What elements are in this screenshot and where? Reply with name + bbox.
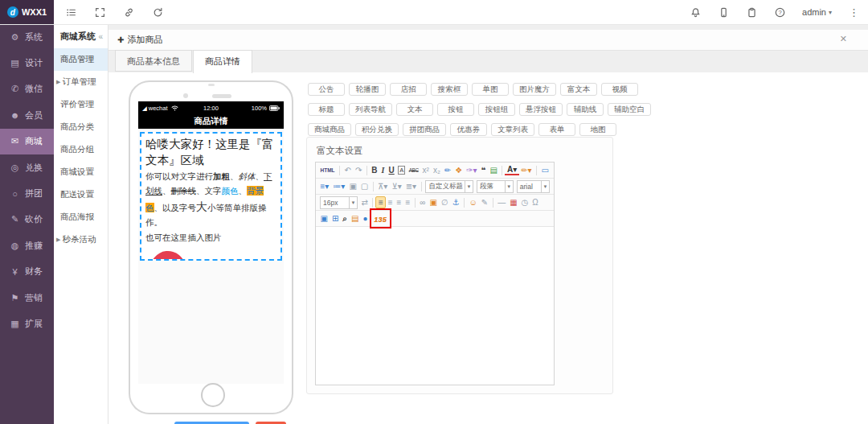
align-center-icon[interactable]: ≡ bbox=[386, 196, 395, 208]
richtext-preview-component[interactable]: 哈喽大家好！这里是『富文本』区域 你可以对文字进行加粗、斜体、下划线、删除线、文… bbox=[140, 132, 282, 261]
submenu-item-goods-group[interactable]: 商品分组 bbox=[54, 138, 108, 161]
image-link-icon[interactable]: ▣ bbox=[428, 196, 439, 208]
paint-format-icon[interactable]: ✑▾ bbox=[465, 164, 479, 176]
sidebar-item-promote[interactable]: ◍推赚 bbox=[0, 233, 54, 258]
page-break-icon[interactable]: ▢ bbox=[358, 180, 370, 192]
image-float-icon[interactable]: ▣ bbox=[347, 180, 358, 192]
time-icon[interactable]: ◷ bbox=[519, 196, 530, 208]
tab-basic-info[interactable]: 商品基本信息 bbox=[115, 50, 192, 72]
format-brush-icon[interactable]: ❖ bbox=[453, 164, 465, 176]
component-button-辅助线[interactable]: 辅助线 bbox=[567, 103, 604, 116]
special-char-icon[interactable]: Ω bbox=[530, 196, 540, 208]
component-button-视频[interactable]: 视频 bbox=[601, 83, 638, 96]
eraser-icon[interactable]: ✏ bbox=[442, 164, 452, 176]
component-button-商城商品[interactable]: 商城商品 bbox=[308, 123, 351, 136]
background-color-icon[interactable]: ✏▾ bbox=[519, 164, 534, 176]
sidebar-item-mall[interactable]: ✉商城 bbox=[0, 129, 54, 154]
sidebar-item-marketing[interactable]: ⚑营销 bbox=[0, 285, 54, 311]
paragraph-select[interactable]: 段落▼ bbox=[477, 180, 514, 193]
custom-title-select[interactable]: 自定义标题▼ bbox=[425, 180, 473, 193]
fullscreen-icon[interactable] bbox=[94, 6, 105, 18]
emoji-icon[interactable]: ☺ bbox=[467, 196, 479, 208]
scrawl-icon[interactable]: ✎ bbox=[479, 196, 489, 208]
font-color-icon[interactable]: A▾ bbox=[505, 165, 518, 175]
component-button-店招[interactable]: 店招 bbox=[390, 83, 427, 96]
component-button-单图[interactable]: 单图 bbox=[472, 83, 509, 96]
submenu-item-delivery-settings[interactable]: 配送设置 bbox=[54, 183, 108, 206]
sidebar-item-finance[interactable]: ¥财务 bbox=[0, 259, 54, 285]
collapse-sidebar-icon[interactable]: « bbox=[98, 32, 103, 41]
submenu-item-review-manage[interactable]: 评价管理 bbox=[54, 93, 108, 116]
font-family-select[interactable]: arial▼ bbox=[517, 180, 550, 193]
close-icon[interactable]: ✕ bbox=[840, 34, 847, 44]
submenu-item-mall-settings[interactable]: 商城设置 bbox=[54, 161, 108, 183]
date-icon[interactable]: ▦ bbox=[508, 196, 519, 208]
clipboard-icon[interactable] bbox=[746, 6, 757, 18]
component-button-标题[interactable]: 标题 bbox=[308, 103, 345, 116]
submenu-item-goods-manage[interactable]: 商品管理 bbox=[54, 48, 108, 71]
user-menu[interactable]: admin▾ bbox=[802, 7, 832, 17]
attachment-icon[interactable]: ● bbox=[361, 212, 370, 224]
font-size-select[interactable]: 16px▼ bbox=[320, 196, 358, 209]
component-button-公告[interactable]: 公告 bbox=[308, 83, 345, 96]
component-button-文本[interactable]: 文本 bbox=[396, 103, 433, 116]
ordered-list-icon[interactable]: ≡▾ bbox=[318, 180, 331, 192]
editor-135-icon[interactable]: 135 bbox=[372, 216, 389, 224]
link-icon[interactable]: ∞ bbox=[418, 196, 428, 208]
undo-icon[interactable]: ↶ bbox=[342, 164, 353, 176]
sidebar-item-wechat[interactable]: ✆微信 bbox=[0, 76, 54, 102]
unordered-list-icon[interactable]: ≔▾ bbox=[331, 180, 347, 192]
subscript-icon[interactable]: x₂ bbox=[431, 164, 442, 176]
component-button-拼团商品[interactable]: 拼团商品 bbox=[403, 123, 446, 136]
horizontal-rule-icon[interactable]: — bbox=[496, 196, 508, 208]
sidebar-item-design[interactable]: ▤设计 bbox=[0, 50, 54, 76]
superscript-icon[interactable]: x² bbox=[420, 164, 431, 176]
sidebar-item-extend[interactable]: ▦扩展 bbox=[0, 311, 54, 336]
paste-icon[interactable]: ▤ bbox=[349, 212, 360, 224]
component-button-搜索框[interactable]: 搜索框 bbox=[431, 83, 468, 96]
editor-body[interactable] bbox=[316, 227, 554, 388]
submenu-item-order-manage[interactable]: ▶订单管理 bbox=[54, 71, 108, 93]
align-left-icon[interactable]: ≡ bbox=[375, 196, 386, 208]
component-button-按钮[interactable]: 按钮 bbox=[437, 103, 474, 116]
submenu-item-goods-category[interactable]: 商品分类 bbox=[54, 116, 108, 138]
component-button-地图[interactable]: 地图 bbox=[579, 123, 616, 136]
more-menu-icon[interactable]: ⋮ bbox=[849, 6, 860, 19]
refresh-icon[interactable] bbox=[152, 6, 163, 18]
component-button-文章列表[interactable]: 文章列表 bbox=[491, 123, 534, 136]
tab-detail[interactable]: 商品详情 bbox=[193, 50, 252, 73]
mobile-icon[interactable] bbox=[718, 6, 729, 18]
italic-icon[interactable]: I bbox=[379, 164, 387, 176]
align-justify-icon[interactable]: ≡ bbox=[403, 196, 412, 208]
font-border-icon[interactable]: A bbox=[398, 166, 405, 175]
align-right-icon[interactable]: ≡ bbox=[395, 196, 403, 208]
sidebar-item-groupbuy[interactable]: ○拼团 bbox=[0, 180, 54, 206]
component-button-悬浮按钮[interactable]: 悬浮按钮 bbox=[519, 103, 563, 116]
insert-image-icon[interactable]: ▣ bbox=[318, 212, 330, 224]
unlink-icon[interactable]: ∅ bbox=[439, 196, 450, 208]
help-icon[interactable]: ? bbox=[774, 6, 785, 18]
sidebar-item-bargain[interactable]: ✎砍价 bbox=[0, 207, 54, 233]
strikethrough-icon[interactable]: ABC bbox=[407, 164, 420, 176]
sidebar-item-system[interactable]: ⚙系统 bbox=[0, 24, 54, 50]
sidebar-item-exchange[interactable]: ◎兑换 bbox=[0, 154, 54, 180]
bold-icon[interactable]: B bbox=[370, 164, 379, 176]
component-button-表单[interactable]: 表单 bbox=[538, 123, 575, 136]
fullscreen-editor-icon[interactable]: ▭ bbox=[539, 164, 551, 176]
submenu-item-flash-sale[interactable]: ▶秒杀活动 bbox=[54, 228, 108, 251]
component-button-优惠券[interactable]: 优惠券 bbox=[450, 123, 487, 136]
submenu-item-goods-poster[interactable]: 商品海报 bbox=[54, 206, 108, 228]
sidebar-item-member[interactable]: ☻会员 bbox=[0, 102, 54, 128]
component-button-列表导航[interactable]: 列表导航 bbox=[349, 103, 392, 116]
bell-icon[interactable] bbox=[690, 6, 701, 18]
component-button-积分兑换[interactable]: 积分兑换 bbox=[355, 123, 399, 136]
indent-icon[interactable]: ⊼▾ bbox=[376, 180, 390, 192]
text-direction-icon[interactable]: ⇄ bbox=[359, 196, 370, 208]
component-button-按钮组[interactable]: 按钮组 bbox=[478, 103, 515, 116]
component-button-富文本[interactable]: 富文本 bbox=[560, 83, 597, 96]
component-button-辅助空白[interactable]: 辅助空白 bbox=[608, 103, 651, 116]
search-replace-icon[interactable]: ⌕ bbox=[341, 212, 350, 224]
line-height-icon[interactable]: ≣▾ bbox=[403, 180, 418, 192]
blockquote-icon[interactable]: ❝ bbox=[479, 164, 488, 176]
component-button-图片魔方[interactable]: 图片魔方 bbox=[513, 83, 556, 96]
